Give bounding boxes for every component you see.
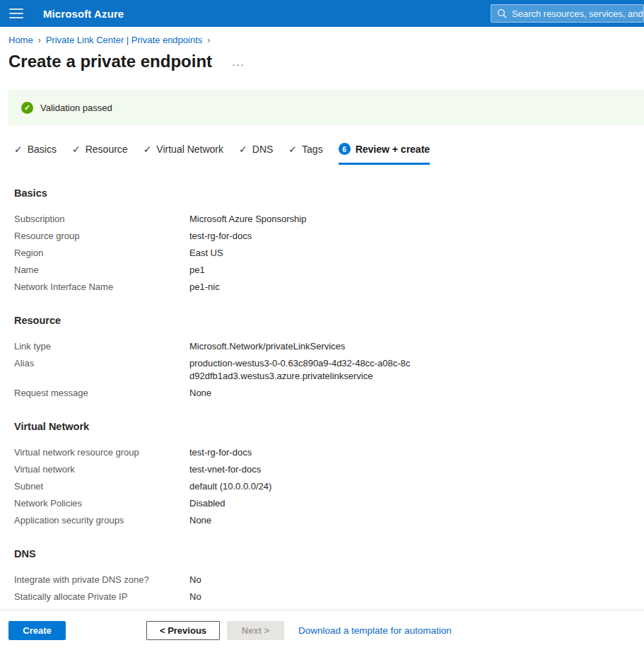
- review-row: Link type Microsoft.Network/privateLinkS…: [14, 340, 644, 353]
- section-title: Basics: [14, 187, 644, 199]
- review-row: Subnet default (10.0.0.0/24): [14, 480, 644, 493]
- review-row: Region East US: [14, 247, 644, 260]
- review-content: Basics Subscription Microsoft Azure Spon…: [14, 187, 644, 603]
- review-row: Alias production-westus3-0-0.63c890a9-4d…: [14, 357, 644, 383]
- download-template-link[interactable]: Download a template for automation: [298, 625, 452, 636]
- breadcrumb: Home › Private Link Center | Private end…: [8, 35, 644, 45]
- review-row: Subscription Microsoft Azure Sponsorship: [14, 213, 644, 226]
- section-title: Resource: [14, 315, 644, 326]
- section-virtual-network: Virtual Network Virtual network resource…: [14, 421, 644, 527]
- review-row: Name pe1: [14, 264, 644, 277]
- page-title: Create a private endpoint: [8, 52, 212, 71]
- success-check-icon: ✓: [21, 102, 33, 114]
- section-title: DNS: [14, 548, 644, 559]
- tab-resource[interactable]: ✓ Resource: [72, 143, 128, 165]
- previous-button[interactable]: < Previous: [146, 621, 220, 640]
- check-icon: ✓: [239, 144, 247, 155]
- wizard-tabs: ✓ Basics ✓ Resource ✓ Virtual Network ✓ …: [14, 143, 644, 165]
- check-icon: ✓: [72, 144, 81, 155]
- top-bar: Microsoft Azure: [0, 0, 644, 27]
- tab-basics[interactable]: ✓ Basics: [14, 143, 57, 165]
- title-row: Create a private endpoint ···: [8, 52, 644, 71]
- breadcrumb-private-link-center-link[interactable]: Private Link Center | Private endpoints: [46, 35, 203, 45]
- check-icon: ✓: [144, 144, 152, 155]
- review-row: Network Interface Name pe1-nic: [14, 281, 644, 294]
- global-search[interactable]: [491, 4, 644, 23]
- review-row: Resource group test-rg-for-docs: [14, 230, 644, 243]
- review-row: Statically allocate Private IP No: [14, 591, 644, 603]
- search-input[interactable]: [512, 8, 643, 19]
- create-button[interactable]: Create: [8, 621, 66, 640]
- validation-message: Validation passed: [40, 103, 112, 113]
- review-row: Virtual network resource group test-rg-f…: [14, 446, 644, 459]
- review-row: Application security groups None: [14, 514, 644, 527]
- footer-bar: Create < Previous Next > Download a temp…: [0, 610, 644, 650]
- review-row: Network Policies Disabled: [14, 497, 644, 510]
- tab-virtual-network[interactable]: ✓ Virtual Network: [144, 143, 223, 165]
- app-title: Microsoft Azure: [43, 8, 124, 20]
- next-button[interactable]: Next >: [227, 621, 284, 640]
- tab-dns[interactable]: ✓ DNS: [239, 143, 273, 165]
- search-icon: [497, 8, 507, 18]
- section-basics: Basics Subscription Microsoft Azure Spon…: [14, 187, 644, 294]
- check-icon: ✓: [288, 144, 297, 155]
- chevron-right-icon: ›: [38, 35, 41, 45]
- section-title: Virtual Network: [14, 421, 644, 432]
- section-dns: DNS Integrate with private DNS zone? No …: [14, 548, 644, 603]
- review-row: Integrate with private DNS zone? No: [14, 574, 644, 586]
- section-resource: Resource Link type Microsoft.Network/pri…: [14, 315, 644, 400]
- check-icon: ✓: [14, 144, 23, 155]
- chevron-right-icon: ›: [207, 35, 210, 45]
- review-row: Request message None: [14, 387, 644, 400]
- hamburger-menu-icon[interactable]: [9, 8, 23, 18]
- breadcrumb-home-link[interactable]: Home: [8, 35, 33, 45]
- tab-tags[interactable]: ✓ Tags: [288, 143, 322, 165]
- step-number-badge: 6: [339, 143, 351, 155]
- more-options-icon[interactable]: ···: [232, 54, 245, 70]
- validation-banner: ✓ Validation passed: [8, 90, 644, 125]
- tab-review-create[interactable]: 6 Review + create: [339, 143, 430, 165]
- review-row: Virtual network test-vnet-for-docs: [14, 463, 644, 476]
